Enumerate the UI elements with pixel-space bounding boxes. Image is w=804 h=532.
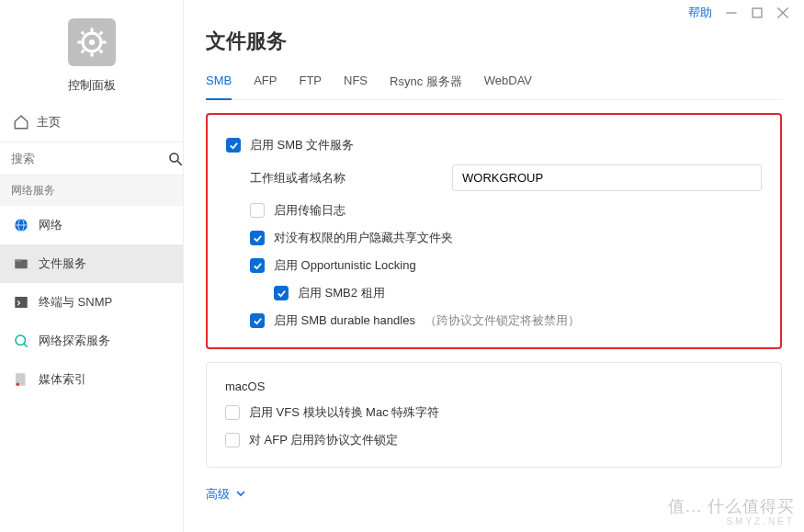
discovery-icon xyxy=(13,333,29,349)
home-link[interactable]: 主页 xyxy=(0,103,183,141)
close-icon[interactable] xyxy=(776,6,789,19)
label-smb2-leasing: 启用 SMB2 租用 xyxy=(298,285,385,301)
tabs: SMB AFP FTP NFS Rsync 服务器 WebDAV xyxy=(206,68,782,100)
home-label: 主页 xyxy=(37,114,61,130)
search-row xyxy=(0,141,183,175)
watermark: 值... 什么值得买 SMYZ.NET xyxy=(668,498,795,526)
macos-panel: macOS 启用 VFS 模块以转换 Mac 特殊字符 对 AFP 启用跨协议文… xyxy=(206,362,782,468)
terminal-icon xyxy=(13,294,29,311)
search-icon[interactable] xyxy=(167,151,184,167)
checkbox-vfs[interactable] xyxy=(225,405,240,420)
maximize-icon[interactable] xyxy=(751,6,764,19)
sidebar-item-terminal-snmp[interactable]: 终端与 SNMP xyxy=(0,283,183,322)
svg-line-15 xyxy=(177,161,182,165)
tab-smb[interactable]: SMB xyxy=(206,68,232,99)
sidebar-item-label: 网络探索服务 xyxy=(39,333,110,349)
sidebar-item-label: 媒体索引 xyxy=(39,371,86,388)
checkbox-smb2-leasing[interactable] xyxy=(274,286,289,300)
page-title: 文件服务 xyxy=(206,28,782,55)
checkbox-hide-unauthorized[interactable] xyxy=(250,231,265,245)
app-name: 控制面板 xyxy=(68,77,116,94)
label-afp-lock: 对 AFP 启用跨协议文件锁定 xyxy=(249,432,398,448)
sidebar-section-header: 网络服务 xyxy=(0,175,183,206)
app-logo xyxy=(68,18,116,66)
label-enable-smb: 启用 SMB 文件服务 xyxy=(250,137,354,153)
sidebar-item-label: 文件服务 xyxy=(39,255,86,272)
label-hide-unauthorized: 对没有权限的用户隐藏共享文件夹 xyxy=(274,230,453,246)
label-vfs: 启用 VFS 模块以转换 Mac 特殊字符 xyxy=(249,404,439,421)
checkbox-oplock[interactable] xyxy=(250,258,265,273)
advanced-label: 高级 xyxy=(206,486,230,503)
svg-point-5 xyxy=(88,40,94,45)
chevron-down-icon xyxy=(235,488,246,502)
help-link[interactable]: 帮助 xyxy=(688,5,712,21)
checkbox-durable-handles[interactable] xyxy=(250,313,265,328)
tab-rsync[interactable]: Rsync 服务器 xyxy=(390,68,462,99)
checkbox-enable-smb[interactable] xyxy=(226,138,241,153)
label-workgroup: 工作组或者域名称 xyxy=(250,170,443,187)
label-durable-handles: 启用 SMB durable handles xyxy=(274,312,415,329)
sidebar-item-discovery[interactable]: 网络探索服务 xyxy=(0,322,183,360)
tab-afp[interactable]: AFP xyxy=(254,68,277,99)
sidebar-item-label: 网络 xyxy=(39,217,62,233)
label-enable-log: 启用传输日志 xyxy=(274,202,345,219)
svg-rect-20 xyxy=(15,260,21,262)
smb-panel: 启用 SMB 文件服务 工作组或者域名称 启用传输日志 对没有权限的用户隐藏共享… xyxy=(206,113,782,349)
tab-webdav[interactable]: WebDAV xyxy=(484,68,532,99)
media-icon xyxy=(13,371,29,388)
globe-icon xyxy=(13,217,29,233)
checkbox-afp-lock[interactable] xyxy=(225,433,240,447)
search-input[interactable] xyxy=(9,148,167,169)
sidebar: 控制面板 主页 网络服务 网络 文件服务 终端与 SNMP xyxy=(0,0,184,532)
svg-rect-1 xyxy=(753,8,762,17)
tab-nfs[interactable]: NFS xyxy=(344,68,368,99)
sidebar-item-label: 终端与 SNMP xyxy=(39,294,112,311)
note-durable: （跨协议文件锁定将被禁用） xyxy=(425,312,580,329)
svg-point-22 xyxy=(16,335,26,345)
main-content: 文件服务 SMB AFP FTP NFS Rsync 服务器 WebDAV 启用… xyxy=(184,0,804,532)
sidebar-item-media-indexing[interactable]: 媒体索引 xyxy=(0,360,183,399)
sidebar-item-network[interactable]: 网络 xyxy=(0,206,183,244)
sidebar-item-file-services[interactable]: 文件服务 xyxy=(0,244,183,283)
svg-point-14 xyxy=(170,153,178,162)
input-workgroup[interactable] xyxy=(452,164,762,191)
svg-line-11 xyxy=(99,51,102,53)
svg-line-12 xyxy=(81,51,84,53)
folder-icon xyxy=(13,255,29,272)
svg-line-13 xyxy=(99,32,102,35)
svg-rect-21 xyxy=(15,297,28,308)
minimize-icon[interactable] xyxy=(725,6,738,19)
svg-line-23 xyxy=(24,344,28,347)
svg-point-25 xyxy=(17,383,19,386)
macos-title: macOS xyxy=(225,379,763,393)
tab-ftp[interactable]: FTP xyxy=(299,68,322,99)
svg-line-10 xyxy=(81,32,84,35)
home-icon xyxy=(13,114,29,130)
checkbox-enable-log[interactable] xyxy=(250,203,265,218)
label-oplock: 启用 Opportunistic Locking xyxy=(274,257,416,274)
